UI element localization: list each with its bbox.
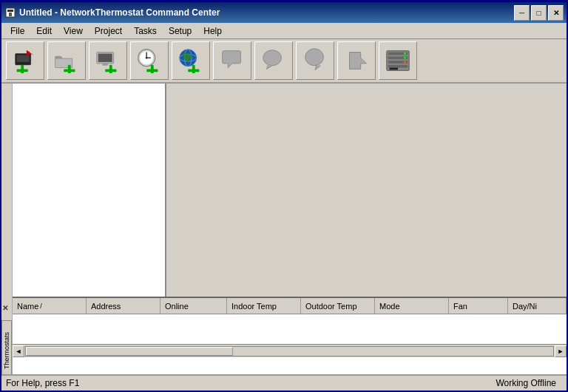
svg-rect-6: [27, 52, 30, 55]
add-internet-button[interactable]: [172, 41, 210, 80]
svg-rect-13: [98, 54, 112, 62]
toolbar-btn7[interactable]: [254, 41, 293, 80]
toolbar-btn6[interactable]: [213, 41, 251, 80]
menu-bar: FileEditViewProjectTasksSetupHelp: [1, 23, 567, 39]
status-bar: For Help, press F1 Working Offline: [1, 374, 567, 391]
svg-rect-16: [105, 69, 116, 72]
svg-rect-28: [192, 65, 195, 73]
svg-rect-8: [17, 69, 28, 72]
col-mode[interactable]: Mode: [375, 298, 449, 314]
table-section: Name / Address Online Indoor Temp: [13, 298, 567, 374]
svg-rect-22: [151, 65, 154, 73]
status-help: For Help, press F1: [6, 378, 496, 388]
svg-point-39: [404, 61, 406, 63]
left-side-panel: ✕ Thermostats: [1, 84, 13, 374]
menu-item-tasks[interactable]: Tasks: [128, 24, 163, 38]
svg-rect-15: [109, 65, 112, 73]
svg-point-37: [404, 53, 406, 55]
menu-item-edit[interactable]: Edit: [30, 24, 58, 38]
workspace: [166, 84, 567, 297]
x-collapse[interactable]: ✕: [2, 304, 8, 312]
svg-point-21: [146, 57, 148, 59]
window-controls: ─ □ ✕: [514, 5, 564, 21]
svg-rect-40: [390, 68, 398, 70]
svg-rect-23: [146, 69, 158, 72]
table-rows: [13, 314, 567, 344]
sort-icon: /: [40, 303, 42, 310]
scroll-right[interactable]: ►: [555, 345, 567, 357]
col-fan[interactable]: Fan: [449, 298, 508, 314]
svg-point-31: [305, 49, 324, 66]
toolbar-btn9[interactable]: [337, 41, 376, 80]
restore-button[interactable]: □: [531, 5, 547, 21]
tree-panel: [13, 84, 166, 297]
toolbar-btn10[interactable]: [379, 41, 417, 80]
col-online[interactable]: Online: [160, 298, 227, 314]
col-daynight[interactable]: Day/Ni: [508, 298, 567, 314]
svg-rect-2: [9, 13, 12, 16]
svg-rect-4: [17, 55, 30, 62]
col-name[interactable]: Name /: [13, 298, 87, 314]
svg-rect-14: [102, 64, 108, 66]
status-offline: Working Offline: [496, 378, 562, 388]
svg-point-30: [263, 50, 282, 66]
scroll-left[interactable]: ◄: [13, 345, 24, 357]
menu-item-view[interactable]: View: [58, 24, 89, 38]
upper-split: [13, 84, 567, 298]
main-content: Name / Address Online Indoor Temp: [13, 84, 567, 374]
menu-item-help[interactable]: Help: [197, 24, 228, 38]
add-group-button[interactable]: [47, 41, 86, 80]
content-area: ✕ Thermostats Name /: [1, 84, 567, 374]
thermostats-tab[interactable]: Thermostats: [1, 320, 12, 374]
minimize-button[interactable]: ─: [514, 5, 530, 21]
svg-point-38: [404, 57, 406, 59]
menu-item-setup[interactable]: Setup: [163, 24, 197, 38]
table-header: Name / Address Online Indoor Temp: [13, 298, 567, 314]
col-indoor-temp[interactable]: Indoor Temp: [227, 298, 301, 314]
svg-rect-36: [388, 65, 408, 68]
add-network-button[interactable]: [89, 41, 127, 80]
svg-rect-11: [64, 69, 75, 72]
svg-rect-29: [188, 69, 199, 72]
col-outdoor-temp[interactable]: Outdoor Temp: [301, 298, 375, 314]
toolbar-btn8[interactable]: [296, 41, 334, 80]
horizontal-scrollbar[interactable]: ◄ ►: [13, 344, 567, 357]
scroll-track[interactable]: [25, 346, 554, 356]
scroll-thumb[interactable]: [26, 347, 233, 356]
menu-item-project[interactable]: Project: [89, 24, 128, 38]
svg-rect-10: [68, 65, 71, 73]
svg-rect-7: [21, 65, 24, 73]
svg-rect-1: [7, 10, 13, 12]
app-icon: [4, 7, 16, 18]
title-bar: Untitled - NetworkThermostat Command Cen…: [1, 2, 567, 23]
toolbar: [1, 39, 567, 84]
add-device-button[interactable]: [6, 41, 44, 80]
menu-item-file[interactable]: File: [4, 24, 30, 38]
col-address[interactable]: Address: [87, 298, 160, 314]
add-schedule-button[interactable]: [130, 41, 169, 80]
close-button[interactable]: ✕: [548, 5, 564, 21]
window-title: Untitled - NetworkThermostat Command Cen…: [19, 7, 514, 18]
